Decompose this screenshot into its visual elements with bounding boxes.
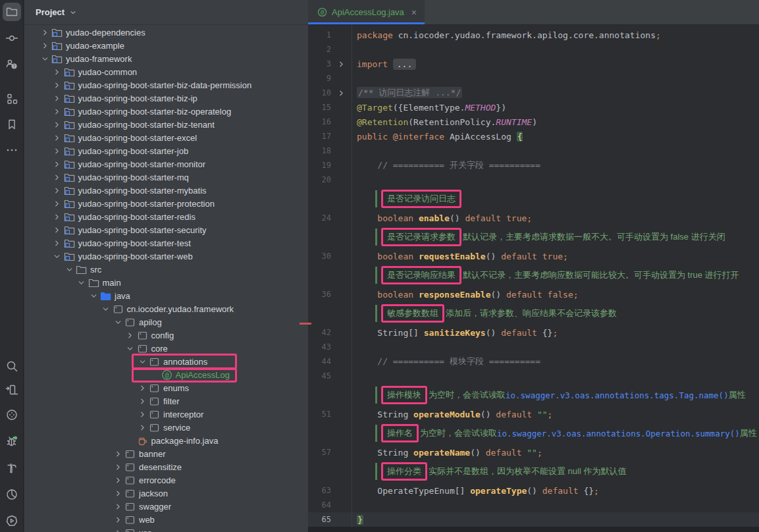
tab-apiaccesslog-java[interactable]: @ ApiAccessLog.java × <box>308 0 425 24</box>
line-number[interactable]: 9 <box>308 74 331 83</box>
tool-button-build[interactable] <box>3 459 21 477</box>
fold-arrow-icon[interactable] <box>331 89 352 97</box>
chevron-down-icon[interactable] <box>137 356 147 367</box>
line-number[interactable]: 65 <box>308 515 331 524</box>
chevron-right-icon[interactable] <box>39 40 50 51</box>
tree-item-yudao-example[interactable]: yudao-example <box>24 39 308 52</box>
tool-button-debug[interactable] <box>3 432 21 450</box>
close-icon[interactable]: × <box>411 7 417 18</box>
line-number[interactable]: 64 <box>308 500 331 510</box>
chevron-right-icon[interactable] <box>52 132 63 143</box>
chevron-right-icon[interactable] <box>52 225 63 235</box>
chevron-right-icon[interactable] <box>137 396 147 406</box>
chevron-right-icon[interactable] <box>113 501 123 512</box>
tool-button-services[interactable] <box>3 406 21 424</box>
chevron-right-icon[interactable] <box>113 488 123 498</box>
chevron-down-icon[interactable] <box>76 277 87 288</box>
tool-button-run-anything[interactable] <box>3 512 21 530</box>
tree-item-package-info-java[interactable]: package-info.java <box>24 434 308 447</box>
tree-item-swagger[interactable]: swagger <box>24 500 308 513</box>
line-number[interactable]: 3 <box>308 59 331 68</box>
tree-item-service[interactable]: service <box>24 421 308 434</box>
tree-item-enums[interactable]: enums <box>24 381 308 394</box>
line-number[interactable]: 30 <box>308 252 331 261</box>
chevron-right-icon[interactable] <box>39 27 50 38</box>
tree-item-errorcode[interactable]: errorcode <box>24 473 308 487</box>
line-number[interactable]: 15 <box>308 103 331 112</box>
code-line-15[interactable]: 15@Target({ElementType.METHOD}) <box>308 100 759 115</box>
code-line-44[interactable]: 44 // ========== 模块字段 ========== <box>308 354 759 369</box>
line-number[interactable]: 44 <box>308 357 331 366</box>
code-line-9[interactable]: 9 <box>308 71 759 86</box>
tree-item-desensitize[interactable]: desensitize <box>24 460 308 473</box>
chevron-right-icon[interactable] <box>52 185 63 196</box>
code-line-63[interactable]: 63 OperateTypeEnum[] operateType() defau… <box>308 483 759 498</box>
line-number[interactable]: 45 <box>308 371 331 381</box>
line-number[interactable]: 24 <box>308 213 331 223</box>
line-number[interactable]: 43 <box>308 342 331 352</box>
tree-item-java[interactable]: java <box>24 289 308 302</box>
chevron-right-icon[interactable] <box>52 172 63 182</box>
chevron-right-icon[interactable] <box>137 383 147 393</box>
tree-item-yudao-spring-boot-starter-biz-operatelog[interactable]: yudao-spring-boot-starter-biz-operatelog <box>24 105 308 118</box>
code-line-36[interactable]: 36 boolean responseEnable() default fals… <box>308 287 759 302</box>
tree-item-core[interactable]: core <box>24 342 308 355</box>
line-number[interactable]: 2 <box>308 45 331 54</box>
code-line-24[interactable]: 24 boolean enable() default true; <box>308 211 759 225</box>
chevron-right-icon[interactable] <box>52 119 63 130</box>
line-number[interactable]: 63 <box>308 486 331 495</box>
chevron-down-icon[interactable] <box>125 343 136 354</box>
code-line-51[interactable]: 51 String operateModule() default ""; <box>308 407 759 421</box>
code-line-57[interactable]: 57 String operateName() default ""; <box>308 445 759 460</box>
chevron-down-icon[interactable] <box>64 264 74 275</box>
chevron-right-icon[interactable] <box>52 146 63 156</box>
tree-item-interceptor[interactable]: interceptor <box>24 408 308 421</box>
chevron-down-icon[interactable] <box>39 53 50 64</box>
tree-item-yudao-common[interactable]: yudao-common <box>24 65 308 78</box>
tool-button-code-with-me[interactable]: ? <box>3 55 21 73</box>
tree-item-apiaccesslog[interactable]: @ApiAccessLog <box>24 368 308 381</box>
tree-item-yudao-spring-boot-starter-job[interactable]: yudao-spring-boot-starter-job <box>24 144 308 157</box>
line-number[interactable]: 17 <box>308 132 331 141</box>
code-line-20[interactable]: 20 <box>308 173 759 187</box>
chevron-right-icon[interactable] <box>113 475 123 485</box>
tool-button-run-window[interactable] <box>3 381 21 399</box>
line-number[interactable]: 42 <box>308 328 331 337</box>
tool-button-more-tool-windows[interactable] <box>3 141 21 159</box>
rendered-doc-comment[interactable]: 操作名 为空时，会尝试读取 io.swagger.v3.oas.annotati… <box>375 421 759 445</box>
tree-item-cn-iocoder-yudao-framework[interactable]: cn.iocoder.yudao.framework <box>24 302 308 315</box>
line-number[interactable]: 20 <box>308 175 331 184</box>
code-line-64[interactable]: 64 <box>308 498 759 512</box>
line-number[interactable]: 1 <box>308 30 331 40</box>
chevron-right-icon[interactable] <box>113 514 123 525</box>
tree-item-yudao-spring-boot-starter-biz-data-permission[interactable]: yudao-spring-boot-starter-biz-data-permi… <box>24 78 308 92</box>
code-line-65[interactable]: 65} <box>308 512 759 527</box>
chevron-right-icon[interactable] <box>52 80 63 90</box>
tree-item-web[interactable]: web <box>24 513 308 526</box>
chevron-right-icon[interactable] <box>137 409 147 419</box>
chevron-right-icon[interactable] <box>52 238 63 248</box>
chevron-down-icon[interactable] <box>101 304 111 314</box>
tree-item-yudao-spring-boot-starter-web[interactable]: yudao-spring-boot-starter-web <box>24 250 308 263</box>
code-line-17[interactable]: 17public @interface ApiAccessLog { <box>308 129 759 144</box>
tool-button-profiler[interactable] <box>3 485 21 504</box>
tree-item-src[interactable]: src <box>24 263 308 276</box>
tree-item-yudao-spring-boot-starter-protection[interactable]: yudao-spring-boot-starter-protection <box>24 197 308 210</box>
tree-item-main[interactable]: main <box>24 276 308 289</box>
tool-button-bookmarks[interactable] <box>3 115 21 134</box>
code-line-18[interactable]: 18 <box>308 144 759 158</box>
tree-item-banner[interactable]: banner <box>24 447 308 460</box>
code-line-30[interactable]: 30 boolean requestEnable() default true; <box>308 249 759 263</box>
chevron-right-icon[interactable] <box>113 462 123 472</box>
tool-button-project[interactable] <box>3 3 21 21</box>
fold-arrow-icon[interactable] <box>331 60 352 68</box>
tree-item-yudao-spring-boot-starter-mybatis[interactable]: yudao-spring-boot-starter-mybatis <box>24 184 308 197</box>
chevron-right-icon[interactable] <box>137 422 147 433</box>
chevron-right-icon[interactable] <box>113 527 123 532</box>
code-line-1[interactable]: 1package cn.iocoder.yudao.framework.apil… <box>308 28 759 42</box>
tree-item-yudao-spring-boot-starter-biz-ip[interactable]: yudao-spring-boot-starter-biz-ip <box>24 92 308 105</box>
code-line-19[interactable]: 19 // ========== 开关字段 ========== <box>308 158 759 173</box>
chevron-right-icon[interactable] <box>52 106 63 117</box>
code-line-3[interactable]: 3import ... <box>308 57 759 71</box>
rendered-doc-comment[interactable]: 是否记录响应结果 默认不记录，主要考虑响应数据可能比较大。可手动设置为 true… <box>375 263 759 287</box>
